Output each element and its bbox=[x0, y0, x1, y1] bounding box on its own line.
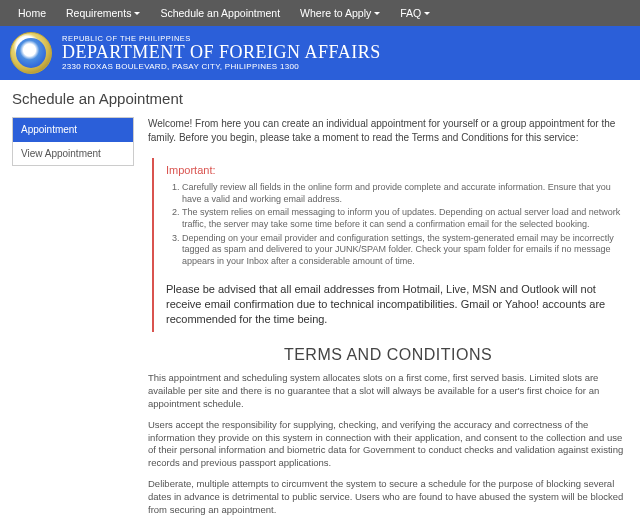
page-title: Schedule an Appointment bbox=[12, 90, 628, 107]
top-nav: Home Requirements Schedule an Appointmen… bbox=[0, 0, 640, 26]
sidebar: Appointment View Appointment bbox=[12, 117, 134, 518]
important-item: The system relies on email messaging to … bbox=[182, 207, 624, 230]
banner-text: REPUBLIC OF THE PHILIPPINES DEPARTMENT O… bbox=[62, 35, 381, 72]
content: Schedule an Appointment Appointment View… bbox=[0, 80, 640, 518]
nav-home-label: Home bbox=[18, 7, 46, 19]
caret-icon bbox=[374, 12, 380, 15]
sidebar-tab-view[interactable]: View Appointment bbox=[13, 142, 133, 165]
sidebar-tab-label: View Appointment bbox=[21, 148, 101, 159]
caret-icon bbox=[424, 12, 430, 15]
nav-requirements-label: Requirements bbox=[66, 7, 131, 19]
nav-where[interactable]: Where to Apply bbox=[290, 7, 390, 19]
seal-icon bbox=[10, 32, 52, 74]
advisory-text: Please be advised that all email address… bbox=[166, 282, 624, 327]
important-item: Depending on your email provider and con… bbox=[182, 233, 624, 268]
important-heading: Important: bbox=[166, 164, 624, 176]
sidebar-tab-appointment[interactable]: Appointment bbox=[13, 118, 133, 142]
terms-heading: TERMS AND CONDITIONS bbox=[148, 346, 628, 364]
welcome-text: Welcome! From here you can create an ind… bbox=[148, 117, 628, 144]
terms-paragraph: This appointment and scheduling system a… bbox=[148, 372, 628, 410]
main-panel: Welcome! From here you can create an ind… bbox=[148, 117, 628, 518]
nav-home[interactable]: Home bbox=[8, 7, 56, 19]
terms-paragraph: Users accept the responsibility for supp… bbox=[148, 419, 628, 470]
nav-where-label: Where to Apply bbox=[300, 7, 371, 19]
banner-title: DEPARTMENT OF FOREIGN AFFAIRS bbox=[62, 43, 381, 62]
important-item: Carefully review all fields in the onlin… bbox=[182, 182, 624, 205]
nav-schedule-label: Schedule an Appointment bbox=[160, 7, 280, 19]
caret-icon bbox=[134, 12, 140, 15]
sidebar-tab-label: Appointment bbox=[21, 124, 77, 135]
banner: REPUBLIC OF THE PHILIPPINES DEPARTMENT O… bbox=[0, 26, 640, 80]
nav-requirements[interactable]: Requirements bbox=[56, 7, 150, 19]
terms-paragraph: Deliberate, multiple attempts to circumv… bbox=[148, 478, 628, 516]
nav-schedule[interactable]: Schedule an Appointment bbox=[150, 7, 290, 19]
banner-address: 2330 ROXAS BOULEVARD, PASAY CITY, PHILIP… bbox=[62, 62, 381, 71]
nav-faq[interactable]: FAQ bbox=[390, 7, 440, 19]
nav-faq-label: FAQ bbox=[400, 7, 421, 19]
important-box: Important: Carefully review all fields i… bbox=[152, 158, 624, 332]
